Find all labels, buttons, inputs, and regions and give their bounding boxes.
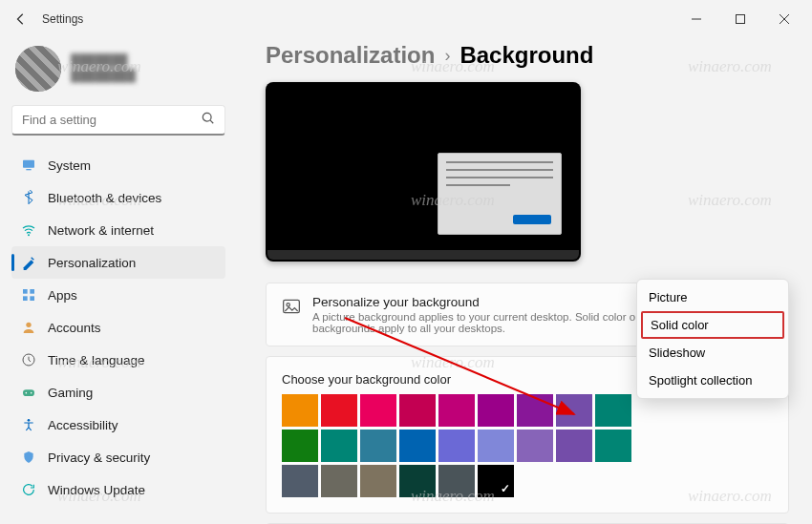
sidebar-item-accounts[interactable]: Accounts [11,311,225,344]
accessibility-icon [21,417,36,432]
sidebar-item-label: Network & internet [48,223,154,238]
user-account-row[interactable]: ███████████████ [11,38,225,105]
sidebar-item-personalization[interactable]: Personalization [11,246,225,279]
svg-rect-13 [23,389,34,396]
dropdown-item-slideshow[interactable]: Slideshow [637,339,788,367]
color-swatch[interactable] [360,430,396,462]
svg-rect-9 [23,296,28,301]
breadcrumb: Personalization › Background [266,42,789,69]
sidebar-item-network[interactable]: Network & internet [11,214,225,246]
sidebar-item-label: Gaming [48,386,93,400]
color-swatch[interactable] [321,465,357,497]
svg-point-14 [26,392,28,394]
color-swatch[interactable] [438,465,475,497]
sidebar-item-apps[interactable]: Apps [11,279,225,311]
sidebar: ███████████████ SystemBluetooth & device… [0,38,237,524]
network-icon [21,222,36,238]
desktop-preview [266,82,581,262]
sidebar-item-update[interactable]: Windows Update [11,473,225,506]
search-box[interactable] [11,105,225,136]
sidebar-item-time[interactable]: Time & language [11,344,225,376]
svg-point-6 [28,234,30,236]
svg-rect-4 [23,160,34,168]
sidebar-item-system[interactable]: System [11,149,225,181]
svg-rect-1 [737,15,745,24]
color-swatch[interactable] [478,394,514,427]
sidebar-item-label: Windows Update [48,483,145,497]
svg-rect-5 [26,169,31,170]
color-swatch[interactable] [282,465,318,497]
dropdown-item-picture[interactable]: Picture [637,283,788,311]
content-area: Personalization › Background Personalize… [237,38,812,524]
color-swatch[interactable] [556,430,592,462]
color-swatch[interactable] [478,465,514,497]
color-swatch[interactable] [438,394,475,427]
svg-point-15 [31,392,32,394]
system-icon [21,157,36,173]
bluetooth-icon [21,190,36,205]
color-swatch[interactable] [399,465,436,497]
preview-window [438,153,562,235]
breadcrumb-parent[interactable]: Personalization [266,42,435,69]
avatar [15,46,61,92]
color-swatch[interactable] [399,430,436,462]
sidebar-item-label: Time & language [48,353,145,367]
sidebar-item-label: Bluetooth & devices [48,191,161,205]
search-input[interactable] [22,113,202,127]
color-swatch[interactable] [517,430,553,462]
svg-point-18 [287,304,289,306]
sidebar-item-privacy[interactable]: Privacy & security [11,441,225,473]
color-swatch[interactable] [360,465,396,497]
privacy-icon [21,450,36,465]
sidebar-item-gaming[interactable]: Gaming [11,376,225,409]
svg-point-2 [203,113,211,121]
gaming-icon [21,385,36,400]
breadcrumb-current: Background [459,42,593,69]
accounts-icon [21,320,36,335]
sidebar-item-bluetooth[interactable]: Bluetooth & devices [11,181,225,214]
color-swatch[interactable] [438,430,475,462]
background-type-dropdown[interactable]: PictureSolid colorSlideshowSpotlight col… [636,279,789,399]
close-button[interactable] [762,4,806,34]
color-grid [282,394,773,497]
color-swatch[interactable] [360,394,396,427]
update-icon [21,482,36,497]
sidebar-item-accessibility[interactable]: Accessibility [11,409,225,441]
picture-icon [282,297,301,316]
sidebar-item-label: Personalization [48,256,136,270]
color-swatch[interactable] [321,394,357,427]
color-swatch[interactable] [595,394,631,427]
apps-icon [21,287,36,303]
sidebar-item-label: Apps [48,288,77,303]
svg-rect-10 [30,296,34,301]
maximize-button[interactable] [718,4,762,34]
color-swatch[interactable] [282,430,318,462]
dropdown-item-solid-color[interactable]: Solid color [641,311,784,339]
color-swatch[interactable] [517,394,553,427]
color-swatch[interactable] [321,430,357,462]
svg-line-3 [210,120,213,123]
svg-rect-7 [23,289,28,294]
sidebar-item-label: System [48,158,91,173]
personalization-icon [21,255,36,270]
color-swatch[interactable] [556,394,592,427]
color-swatch[interactable] [399,394,436,427]
sidebar-item-label: Privacy & security [48,451,150,465]
user-name-blurred: ███████████████ [71,53,136,83]
time-icon [21,352,36,367]
dropdown-item-spotlight-collection[interactable]: Spotlight collection [637,367,788,394]
svg-rect-8 [30,289,34,294]
chevron-right-icon: › [444,46,450,66]
svg-point-11 [26,323,31,327]
minimize-button[interactable] [674,4,718,34]
color-swatch[interactable] [282,394,318,427]
app-title: Settings [42,12,83,26]
search-icon [202,112,215,129]
svg-point-16 [28,419,31,422]
sidebar-item-label: Accounts [48,321,101,335]
preview-taskbar [267,250,579,260]
back-button[interactable] [6,4,36,34]
color-swatch[interactable] [595,430,631,462]
color-swatch[interactable] [478,430,514,462]
sidebar-item-label: Accessibility [48,418,118,432]
